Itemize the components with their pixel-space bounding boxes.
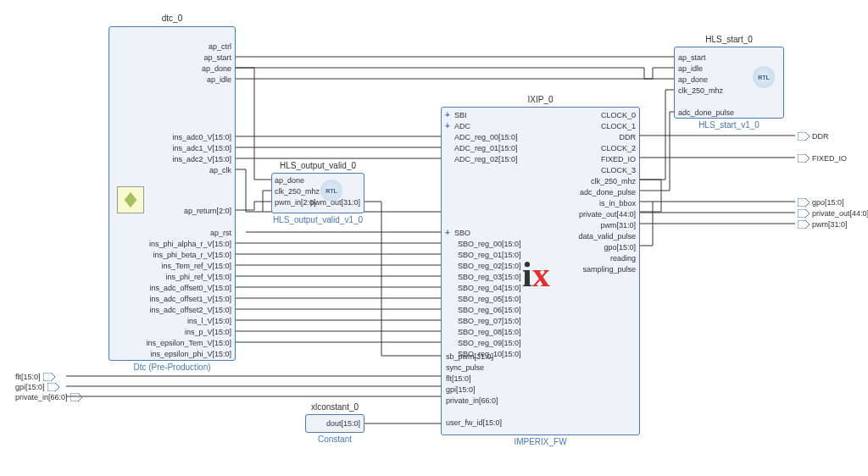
ixip-port-adc-done-pulse: adc_done_pulse: [551, 188, 636, 196]
hlsout-port-pwm-in-2-0-: pwm_in[2:0]: [275, 198, 326, 207]
dtc-return-port: ap_return[2:0]: [159, 207, 231, 215]
ext-output-FIXED-IO[interactable]: FIXED_IO: [795, 154, 847, 163]
hls-output-title: HLS_output_valid_0: [271, 161, 364, 170]
ixip-port-ADC-reg-01-15-0-: ADC_reg_01[15:0]: [454, 144, 548, 152]
ixip-title: IXIP_0: [441, 95, 640, 104]
vivado-hls-badge: [117, 186, 144, 213]
ixip-port-SBO-reg-03-15-0-: SBO_reg_03[15:0]: [458, 273, 551, 281]
ixip-port-sb-pwm-31-0-: sb_pwm[31:0]: [446, 352, 539, 361]
ext-output-DDR[interactable]: DDR: [795, 132, 829, 141]
ixip-port-SBO-reg-02-15-0-: SBO_reg_02[15:0]: [458, 262, 551, 270]
hlsstart-port-clk-250-mhz: clk_250_mhz: [678, 86, 780, 95]
dtc-port-ins-Tem-ref-V-15-0-: ins_Tem_ref_V[15:0]: [140, 262, 231, 270]
ixip-port-flt-15-0-: flt[15:0]: [446, 374, 539, 383]
ext-output-gpo-15-0-[interactable]: gpo[15:0]: [795, 198, 844, 207]
ixip-port-SBO-reg-05-15-0-: SBO_reg_05[15:0]: [458, 295, 551, 303]
dtc-port-ins-adc-offset2-V-15-0-: ins_adc_offset2_V[15:0]: [140, 306, 231, 314]
ixip-port-CLOCK-0: CLOCK_0: [551, 111, 636, 119]
hls-start-title: HLS_start_0: [674, 35, 784, 44]
sbo-expand-icon[interactable]: +: [445, 228, 450, 237]
hlsstart-port-ap-done: ap_done: [678, 75, 780, 84]
ixip-port-data-valid-pulse: data_valid_pulse: [551, 232, 636, 241]
dtc-port-ap-ctrl: ap_ctrl: [191, 42, 231, 51]
dtc-port-ins-phi-beta-r-V-15-0-: ins_phi_beta_r_V[15:0]: [140, 251, 231, 259]
dtc-port-ap-rst: ap_rst: [140, 229, 231, 237]
adc-expand-icon[interactable]: +: [445, 121, 450, 130]
hlsout-port-ap-done: ap_done: [275, 176, 326, 185]
ixip-port-FIXED-IO: FIXED_IO: [551, 155, 636, 163]
ixip-port-is-in-bbox: is_in_bbox: [551, 199, 636, 208]
xlconstant-title: xlconstant_0: [305, 402, 364, 412]
ext-input-private-in-66-0-[interactable]: private_in[66:0]: [15, 393, 85, 401]
svg-marker-1: [47, 383, 59, 391]
ixip-port-CLOCK-1: CLOCK_1: [551, 122, 636, 130]
ixip-port-reading: reading: [551, 254, 636, 263]
ext-input-gpi-15-0-[interactable]: gpi[15:0]: [15, 383, 62, 391]
ixip-port-gpo-15-0-: gpo[15:0]: [551, 243, 636, 252]
dtc-port-ins-phi-ref-V-15-0-: ins_phi_ref_V[15:0]: [140, 273, 231, 281]
dtc-port-ap-clk: ap_clk: [153, 166, 231, 174]
ixip-port-sync-pulse: sync_pulse: [446, 363, 539, 372]
ixip-port-SBO-reg-01-15-0-: SBO_reg_01[15:0]: [458, 251, 551, 259]
ixip-port-ADC-reg-02-15-0-: ADC_reg_02[15:0]: [454, 155, 548, 163]
ixip-port-SBO-reg-00-15-0-: SBO_reg_00[15:0]: [458, 240, 551, 248]
dtc-port-ins-p-V-15-0-: ins_p_V[15:0]: [140, 328, 231, 336]
ixip-port-CLOCK-2: CLOCK_2: [551, 144, 636, 152]
ixip-port-DDR: DDR: [551, 133, 636, 141]
ext-output-private-out-44-0-[interactable]: private_out[44:0]: [795, 209, 868, 218]
ixip-port-ADC: ADC: [454, 122, 548, 130]
svg-marker-5: [798, 198, 810, 207]
dtc-port-ins-epsilon-Tem-V-15-0-: ins_epsilon_Tem_V[15:0]: [140, 339, 231, 347]
dtc-port-ins-epsilon-phi-V-15-0-: ins_epsilon_phi_V[15:0]: [140, 350, 231, 358]
xlconstant-subtitle: Constant: [305, 434, 364, 444]
ixip-sbo-header: SBO: [454, 229, 470, 237]
dtc-port-ins-adc-offset1-V-15-0-: ins_adc_offset1_V[15:0]: [140, 295, 231, 303]
ixip-port-private-in-66-0-: private_in[66:0]: [446, 396, 539, 405]
ixip-port-SBO-reg-04-15-0-: SBO_reg_04[15:0]: [458, 284, 551, 292]
svg-marker-4: [798, 154, 810, 163]
ixip-port-private-out-44-0-: private_out[44:0]: [551, 210, 636, 219]
hls-start-subtitle: HLS_start_v1_0: [674, 120, 784, 130]
ixip-port-user-fw-id-15-0-: user_fw_id[15:0]: [446, 418, 539, 427]
ext-input-flt-15-0-[interactable]: flt[15:0]: [15, 373, 58, 381]
ext-output-pwm-31-0-[interactable]: pwm[31:0]: [795, 220, 848, 229]
dtc-port-ap-done: ap_done: [191, 64, 231, 73]
ixip-port-sampling-pulse: sampling_pulse: [551, 265, 636, 274]
dtc-subtitle: Dtc (Pre-Production): [108, 363, 236, 372]
svg-marker-0: [43, 373, 55, 381]
ixip-port-SBO-reg-09-15-0-: SBO_reg_09[15:0]: [458, 339, 551, 347]
svg-marker-2: [70, 393, 82, 401]
dtc-port-ins-adc2-V-15-0-: ins_adc2_V[15:0]: [153, 155, 231, 163]
hlsout-port-clk-250-mhz: clk_250_mhz: [275, 187, 326, 196]
ixip-port-pwm-31-0-: pwm[31:0]: [551, 221, 636, 230]
svg-marker-7: [798, 220, 810, 229]
ixip-port-gpi-15-0-: gpi[15:0]: [446, 385, 539, 394]
ixip-port-CLOCK-3: CLOCK_3: [551, 166, 636, 174]
svg-marker-6: [798, 209, 810, 218]
dtc-port-ins-adc-offset0-V-15-0-: ins_adc_offset0_V[15:0]: [140, 284, 231, 292]
hls-start-apstart: ap_start: [678, 53, 706, 62]
dtc-title: dtc_0: [108, 14, 236, 23]
dtc-port-ap-idle: ap_idle: [191, 75, 231, 84]
dtc-port-ap-start: ap_start: [191, 53, 231, 62]
ixip-port-clk-250-mhz: clk_250_mhz: [551, 177, 636, 185]
dtc-port-ins-adc1-V-15-0-: ins_adc1_V[15:0]: [153, 144, 231, 152]
ixip-port-ADC-reg-00-15-0-: ADC_reg_00[15:0]: [454, 133, 548, 141]
hls-output-subtitle: HLS_output_valid_v1_0: [271, 215, 364, 224]
dtc-port-ins-adc0-V-15-0-: ins_adc0_V[15:0]: [153, 133, 231, 141]
ixip-port-SBO-reg-07-15-0-: SBO_reg_07[15:0]: [458, 317, 551, 325]
xlconstant-port: dout[15:0]: [318, 419, 360, 428]
ixip-port-SBO-reg-08-15-0-: SBO_reg_08[15:0]: [458, 328, 551, 336]
hlsstart-port-ap-idle: ap_idle: [678, 64, 780, 73]
dtc-port-ins-phi-alpha-r-V-15-0-: ins_phi_alpha_r_V[15:0]: [140, 240, 231, 248]
dtc-port-ins-l-V-15-0-: ins_l_V[15:0]: [140, 317, 231, 325]
ixip-port-SBI: SBI: [454, 111, 548, 119]
ixip-subtitle: IMPERIX_FW: [441, 437, 640, 446]
hlsstart-port-adc-done-pulse: adc_done_pulse: [678, 108, 780, 117]
svg-marker-3: [798, 132, 810, 141]
sbi-expand-icon[interactable]: +: [445, 110, 450, 119]
ixip-port-SBO-reg-06-15-0-: SBO_reg_06[15:0]: [458, 306, 551, 314]
